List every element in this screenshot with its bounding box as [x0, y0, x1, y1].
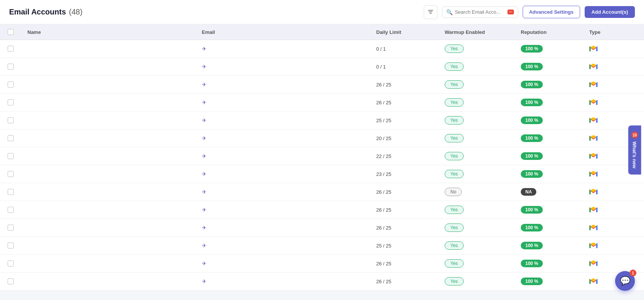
row-email: ✈: [196, 77, 370, 92]
row-checkbox[interactable]: [8, 99, 14, 105]
send-icon: ✈: [202, 135, 207, 141]
row-checkbox-cell[interactable]: [0, 256, 21, 271]
row-name: [21, 241, 196, 250]
row-checkbox[interactable]: [8, 260, 14, 266]
row-checkbox-cell[interactable]: [0, 113, 21, 128]
header-warmup-enabled: Warmup Enabled: [439, 24, 515, 40]
gmail-icon: [589, 171, 598, 177]
send-icon: ✈: [202, 243, 207, 249]
row-name: [21, 205, 196, 214]
header-checkbox-cell[interactable]: [0, 24, 21, 40]
row-checkbox-cell[interactable]: [0, 184, 21, 199]
row-email: ✈: [196, 238, 370, 253]
row-type: [583, 95, 644, 110]
search-input[interactable]: [455, 9, 506, 15]
row-checkbox[interactable]: [8, 117, 14, 123]
row-reputation: 100 %: [515, 94, 583, 111]
row-checkbox-cell[interactable]: [0, 238, 21, 253]
whats-new-tab[interactable]: 10 What's new: [628, 126, 641, 175]
page-header: Email Accounts (48) 🔍 ··· Advanced Setti…: [0, 0, 644, 24]
row-name: [21, 98, 196, 107]
reputation-badge: 100 %: [521, 242, 543, 249]
row-checkbox-cell[interactable]: [0, 59, 21, 74]
row-daily-limit: 23 / 25: [370, 167, 439, 182]
row-checkbox-cell[interactable]: [0, 95, 21, 110]
row-name: [21, 116, 196, 125]
warmup-badge: Yes: [445, 223, 464, 232]
row-checkbox[interactable]: [8, 243, 14, 249]
row-reputation: 100 %: [515, 148, 583, 164]
send-icon: ✈: [202, 171, 207, 177]
header-email: Email: [196, 24, 370, 40]
gmail-icon: [589, 153, 598, 159]
table-row: ✈ 20 / 25 Yes 100 %: [0, 129, 644, 147]
row-checkbox[interactable]: [8, 153, 14, 159]
row-checkbox[interactable]: [8, 278, 14, 284]
advanced-settings-button[interactable]: Advanced Settings: [523, 6, 580, 18]
row-checkbox[interactable]: [8, 171, 14, 177]
row-checkbox-cell[interactable]: [0, 77, 21, 92]
search-icon: 🔍: [446, 9, 453, 15]
gmail-icon: [589, 243, 598, 249]
reputation-badge: 100 %: [521, 152, 543, 160]
row-checkbox[interactable]: [8, 81, 14, 88]
row-checkbox-cell[interactable]: [0, 148, 21, 164]
row-name: [21, 152, 196, 161]
row-warmup-enabled: Yes: [439, 201, 515, 219]
send-icon: ✈: [202, 153, 207, 159]
table-row: ✈ 26 / 25 Yes 100 %: [0, 76, 644, 94]
row-type: [583, 59, 644, 74]
table-row: ✈ 26 / 25 Yes 100 %: [0, 94, 644, 112]
reputation-badge: 100 %: [521, 260, 543, 267]
reputation-badge: 100 %: [521, 116, 543, 124]
warmup-badge: Yes: [445, 152, 464, 160]
filter-button[interactable]: [424, 5, 437, 19]
table-row: ✈ 0 / 1 Yes 100 %: [0, 40, 644, 58]
warmup-badge: Yes: [445, 98, 464, 107]
send-icon: ✈: [202, 99, 207, 105]
header-reputation: Reputation: [515, 24, 583, 40]
row-email: ✈: [196, 41, 370, 56]
send-icon: ✈: [202, 260, 207, 266]
row-checkbox[interactable]: [8, 64, 14, 70]
row-checkbox-cell[interactable]: [0, 41, 21, 56]
reputation-badge: 100 %: [521, 134, 543, 142]
row-checkbox[interactable]: [8, 207, 14, 213]
row-warmup-enabled: Yes: [439, 58, 515, 75]
row-name: [21, 187, 196, 196]
row-checkbox-cell[interactable]: [0, 220, 21, 235]
row-checkbox-cell[interactable]: [0, 131, 21, 146]
header-type: Type: [583, 24, 644, 40]
row-email: ✈: [196, 59, 370, 74]
gmail-icon: [589, 225, 598, 231]
row-email: ✈: [196, 256, 370, 271]
warmup-badge: Yes: [445, 241, 464, 250]
whats-new-badge: 10: [631, 132, 638, 139]
row-reputation: 100 %: [515, 76, 583, 93]
row-checkbox[interactable]: [8, 46, 14, 52]
gmail-icon: [589, 207, 598, 213]
chat-button[interactable]: 💬 1: [615, 271, 635, 290]
header-left: Email Accounts (48): [9, 8, 83, 16]
row-daily-limit: 26 / 25: [370, 203, 439, 217]
row-reputation: 100 %: [515, 201, 583, 218]
row-email: ✈: [196, 274, 370, 289]
row-checkbox-cell[interactable]: [0, 166, 21, 182]
row-warmup-enabled: Yes: [439, 255, 515, 272]
warmup-badge: Yes: [445, 206, 464, 214]
send-icon: ✈: [202, 64, 207, 70]
warmup-badge: Yes: [445, 45, 464, 53]
row-checkbox-cell[interactable]: [0, 274, 21, 289]
header-name: Name: [21, 24, 196, 40]
row-checkbox[interactable]: [8, 225, 14, 231]
row-checkbox[interactable]: [8, 135, 14, 141]
row-email: ✈: [196, 131, 370, 146]
gmail-icon: [589, 99, 598, 105]
row-checkbox-cell[interactable]: [0, 202, 21, 217]
select-all-checkbox[interactable]: [8, 29, 14, 35]
header-right: 🔍 ··· Advanced Settings Add Account(s): [424, 5, 635, 19]
row-checkbox[interactable]: [8, 189, 14, 195]
row-warmup-enabled: Yes: [439, 94, 515, 111]
add-account-button[interactable]: Add Account(s): [585, 6, 635, 18]
table-row: ✈ 26 / 25 Yes 100 %: [0, 255, 644, 273]
